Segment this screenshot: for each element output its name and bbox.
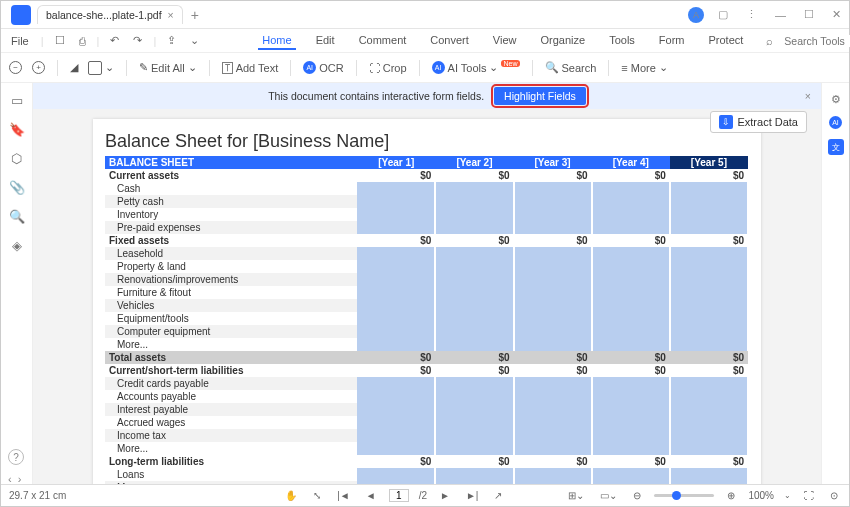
more-button[interactable]: ≡ More ⌄ [621, 61, 667, 74]
cell[interactable] [435, 299, 513, 312]
cell[interactable] [670, 390, 748, 403]
thumbnail-icon[interactable]: ▭ [11, 93, 23, 108]
settings-icon[interactable]: ⚙ [831, 93, 841, 106]
cell[interactable] [592, 273, 670, 286]
cell[interactable] [357, 286, 435, 299]
kebab-icon[interactable]: ⋮ [742, 6, 761, 23]
zoom-out-button[interactable]: − [9, 61, 22, 74]
cell[interactable] [592, 468, 670, 481]
cell[interactable] [357, 247, 435, 260]
cell[interactable] [435, 195, 513, 208]
cell[interactable] [514, 377, 592, 390]
maximize-icon[interactable]: ☐ [800, 6, 818, 23]
cell[interactable] [592, 260, 670, 273]
minimize-icon[interactable]: — [771, 7, 790, 23]
cell[interactable] [670, 286, 748, 299]
banner-close-icon[interactable]: × [805, 90, 811, 102]
cell[interactable] [514, 312, 592, 325]
cell[interactable] [435, 208, 513, 221]
zoom-in-button[interactable]: + [32, 61, 45, 74]
cell[interactable] [435, 273, 513, 286]
chevron-down-icon[interactable]: ⌄ [187, 32, 202, 49]
back-icon[interactable]: ‹ [8, 473, 12, 485]
cell[interactable] [514, 325, 592, 338]
help-button[interactable]: ? [8, 449, 24, 465]
ocr-button[interactable]: AI OCR [303, 61, 343, 74]
cell[interactable] [514, 481, 592, 484]
cell[interactable] [357, 221, 435, 234]
add-text-button[interactable]: 🅃 Add Text [222, 62, 279, 74]
cell[interactable] [514, 221, 592, 234]
view-mode-icon[interactable]: ▭⌄ [597, 488, 620, 503]
cell[interactable] [435, 260, 513, 273]
cell[interactable] [357, 195, 435, 208]
zoom-out-icon[interactable]: ⊖ [630, 488, 644, 503]
prev-page-icon[interactable]: ◄ [363, 488, 379, 503]
attachment-icon[interactable]: 📎 [9, 180, 25, 195]
fullscreen-icon[interactable]: ⛶ [801, 488, 817, 503]
menu-convert[interactable]: Convert [426, 32, 473, 50]
cell[interactable] [357, 208, 435, 221]
close-tab-icon[interactable]: × [168, 9, 174, 21]
cell[interactable] [670, 442, 748, 455]
cell[interactable] [592, 338, 670, 351]
cell[interactable] [592, 182, 670, 195]
cell[interactable] [514, 299, 592, 312]
menu-home[interactable]: Home [258, 32, 295, 50]
cell[interactable] [435, 429, 513, 442]
cell[interactable] [435, 247, 513, 260]
jump-icon[interactable]: ↗ [491, 488, 505, 503]
next-page-icon[interactable]: ► [437, 488, 453, 503]
cell[interactable] [592, 312, 670, 325]
cell[interactable] [670, 377, 748, 390]
menu-edit[interactable]: Edit [312, 32, 339, 50]
cell[interactable] [357, 442, 435, 455]
cell[interactable] [514, 403, 592, 416]
cell[interactable] [670, 247, 748, 260]
menu-protect[interactable]: Protect [705, 32, 748, 50]
cell[interactable] [435, 390, 513, 403]
zoom-in-icon[interactable]: ⊕ [724, 488, 738, 503]
edit-all-button[interactable]: ✎ Edit All ⌄ [139, 61, 197, 74]
cell[interactable] [435, 442, 513, 455]
cell[interactable] [357, 429, 435, 442]
first-page-icon[interactable]: |◄ [334, 488, 353, 503]
menu-organize[interactable]: Organize [537, 32, 590, 50]
cell[interactable] [357, 390, 435, 403]
cell[interactable] [357, 260, 435, 273]
cell[interactable] [435, 468, 513, 481]
cell[interactable] [435, 312, 513, 325]
cell[interactable] [670, 260, 748, 273]
cell[interactable] [514, 416, 592, 429]
hand-tool-icon[interactable]: ✋ [282, 488, 300, 503]
cell[interactable] [357, 377, 435, 390]
user-badge[interactable]: A [688, 7, 704, 23]
cell[interactable] [670, 195, 748, 208]
cell[interactable] [592, 299, 670, 312]
select-tool-icon[interactable]: ⤡ [310, 488, 324, 503]
ai-side-icon[interactable]: AI [829, 116, 842, 129]
print-icon[interactable]: ⎙ [76, 33, 89, 49]
cell[interactable] [435, 182, 513, 195]
cell[interactable] [435, 377, 513, 390]
shape-tool[interactable]: ⌄ [88, 61, 114, 75]
document-tab[interactable]: balance-she...plate-1.pdf × [37, 5, 183, 24]
menu-comment[interactable]: Comment [355, 32, 411, 50]
cell[interactable] [670, 312, 748, 325]
page-input[interactable] [389, 489, 409, 502]
cell[interactable] [435, 403, 513, 416]
cell[interactable] [435, 416, 513, 429]
bookmark-icon[interactable]: 🔖 [9, 122, 25, 137]
redo-icon[interactable]: ↷ [130, 32, 145, 49]
highlighter-icon[interactable]: ◢ [70, 61, 78, 74]
forward-icon[interactable]: › [18, 473, 22, 485]
cell[interactable] [670, 338, 748, 351]
close-window-icon[interactable]: ✕ [828, 6, 845, 23]
cell[interactable] [592, 377, 670, 390]
cell[interactable] [357, 182, 435, 195]
cell[interactable] [670, 416, 748, 429]
cell[interactable] [435, 325, 513, 338]
find-icon[interactable]: 🔍 [9, 209, 25, 224]
cell[interactable] [670, 429, 748, 442]
cell[interactable] [514, 208, 592, 221]
